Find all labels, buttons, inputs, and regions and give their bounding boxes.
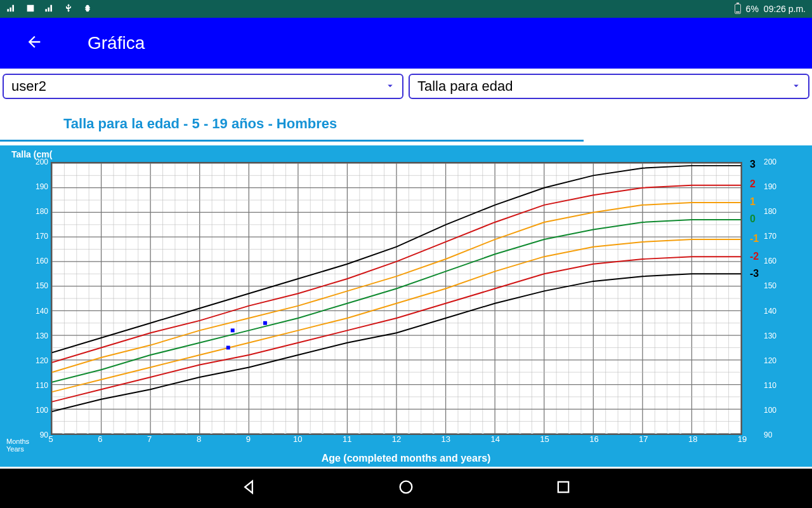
y-tick: 160 — [30, 257, 48, 265]
x-subtick: 6 — [321, 429, 324, 435]
x-tick: 8 — [197, 434, 201, 444]
x-subtick: 9 — [679, 429, 682, 435]
y-tick: 90 — [30, 431, 48, 439]
app-bar: Gráfica — [0, 18, 812, 69]
y-tick: 120 — [764, 356, 783, 365]
y-tick: 130 — [764, 331, 783, 340]
x-tick: 14 — [490, 434, 499, 444]
x-subtick: 6 — [173, 429, 176, 435]
x-tick: 17 — [639, 434, 648, 444]
x-subtick: 6 — [469, 429, 472, 435]
x-subtick: 9 — [629, 429, 632, 435]
nav-back-button[interactable] — [240, 478, 258, 498]
plot-area — [51, 162, 742, 435]
axis-corner-labels: Months Years — [6, 438, 29, 453]
y-tick: 150 — [764, 281, 783, 290]
x-subtick: 3 — [605, 429, 608, 435]
y-tick: 190 — [30, 182, 48, 191]
x-subtick: 6 — [716, 429, 719, 435]
sd-label: 2 — [750, 178, 756, 190]
x-subtick: 3 — [259, 429, 262, 435]
y-tick: 140 — [764, 307, 783, 316]
x-subtick: 9 — [136, 429, 139, 435]
user-selector-value: user2 — [11, 78, 46, 95]
back-button[interactable] — [25, 33, 43, 53]
y-tick: 170 — [30, 232, 48, 241]
x-subtick: 9 — [86, 429, 89, 435]
x-subtick: 9 — [531, 429, 534, 435]
android-nav-bar — [0, 469, 812, 508]
x-subtick: 6 — [518, 429, 521, 435]
android-status-bar: 6% 09:26 p.m. — [0, 0, 812, 18]
sd-label: 3 — [750, 159, 756, 170]
x-subtick: 9 — [728, 429, 731, 435]
y-tick: 100 — [764, 406, 783, 415]
sd-label: -2 — [750, 251, 759, 262]
x-subtick: 3 — [654, 429, 657, 435]
user-selector[interactable]: user2 — [3, 74, 403, 99]
chevron-down-icon — [790, 79, 802, 95]
x-subtick: 9 — [185, 429, 188, 435]
sd-label: -3 — [750, 268, 759, 279]
x-tick: 16 — [589, 434, 598, 444]
y-tick: 180 — [30, 207, 48, 216]
x-subtick: 3 — [358, 429, 361, 435]
signal-icon-2 — [44, 3, 55, 15]
y-tick: 200 — [764, 157, 783, 166]
x-subtick: 3 — [704, 429, 707, 435]
y-tick: 110 — [764, 381, 783, 390]
svg-rect-83 — [226, 345, 230, 349]
x-tick: 5 — [48, 434, 53, 444]
svg-rect-85 — [263, 321, 267, 325]
growth-chart: Talla (cm( Months Years Age (completed m… — [0, 145, 812, 467]
x-subtick: 6 — [222, 429, 225, 435]
x-subtick: 9 — [284, 429, 287, 435]
x-subtick: 9 — [333, 429, 336, 435]
sd-label: 0 — [750, 213, 756, 225]
x-subtick: 3 — [210, 429, 213, 435]
x-tick: 12 — [392, 434, 401, 444]
x-subtick: 9 — [234, 429, 237, 435]
x-tick: 10 — [293, 434, 302, 444]
x-tick: 15 — [540, 434, 549, 444]
clock: 09:26 p.m. — [764, 4, 806, 14]
nav-home-button[interactable] — [397, 478, 415, 498]
x-subtick: 6 — [617, 429, 620, 435]
x-subtick: 9 — [383, 429, 386, 435]
selector-row: user2 Talla para edad — [0, 69, 812, 104]
x-subtick: 3 — [308, 429, 311, 435]
signal-icon — [6, 3, 16, 15]
usb-icon — [63, 3, 74, 15]
y-tick: 170 — [764, 232, 783, 241]
x-subtick: 6 — [123, 429, 126, 435]
x-tick: 6 — [98, 434, 102, 444]
nav-recents-button[interactable] — [554, 478, 572, 498]
x-subtick: 3 — [457, 429, 460, 435]
metric-selector[interactable]: Talla para edad — [409, 74, 809, 99]
x-tick: 11 — [343, 434, 351, 444]
y-tick: 180 — [764, 207, 783, 216]
battery-percent: 6% — [746, 4, 759, 14]
y-tick: 120 — [30, 356, 48, 365]
x-axis-label: Age (completed months and years) — [322, 453, 491, 464]
x-subtick: 6 — [370, 429, 374, 435]
y-tick: 100 — [30, 406, 48, 415]
title-underline — [0, 140, 584, 142]
image-icon — [25, 3, 36, 15]
x-tick: 13 — [442, 434, 450, 444]
x-subtick: 6 — [272, 429, 275, 435]
y-tick: 110 — [30, 381, 48, 390]
sd-label: 1 — [750, 196, 756, 208]
x-subtick: 3 — [111, 429, 114, 435]
x-subtick: 9 — [481, 429, 485, 435]
y-tick: 190 — [764, 182, 783, 191]
x-subtick: 3 — [407, 429, 410, 435]
x-subtick: 6 — [419, 429, 422, 435]
svg-rect-84 — [231, 328, 235, 332]
x-subtick: 3 — [556, 429, 559, 435]
x-subtick: 6 — [74, 429, 77, 435]
y-tick: 140 — [30, 307, 48, 316]
battery-icon — [735, 4, 741, 14]
sd-label: -1 — [750, 233, 759, 244]
x-tick: 18 — [688, 434, 697, 444]
